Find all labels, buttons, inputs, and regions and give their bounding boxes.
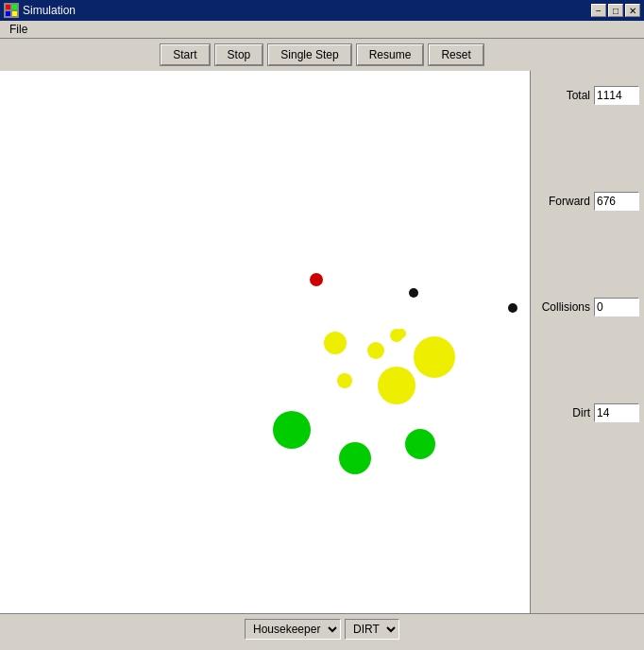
collisions-value[interactable] bbox=[594, 298, 639, 316]
dirt-value[interactable] bbox=[594, 403, 639, 422]
svg-rect-0 bbox=[6, 5, 10, 9]
sim-dot bbox=[337, 373, 352, 388]
housekeeper-dropdown[interactable]: Housekeeper bbox=[245, 619, 341, 640]
total-label: Total bbox=[538, 89, 590, 102]
bottom-bar: Housekeeper DIRT bbox=[0, 613, 644, 643]
sim-dot bbox=[508, 303, 517, 313]
sim-dot bbox=[339, 442, 371, 474]
forward-stat: Forward bbox=[538, 192, 636, 211]
dirt-dropdown[interactable]: DIRT bbox=[345, 619, 399, 640]
start-button[interactable]: Start bbox=[161, 44, 209, 65]
maximize-button[interactable]: □ bbox=[608, 4, 623, 17]
title-bar: Simulation − □ ✕ bbox=[0, 0, 644, 21]
stop-button[interactable]: Stop bbox=[215, 44, 263, 65]
sim-dot bbox=[273, 411, 311, 449]
file-menu[interactable]: File bbox=[4, 21, 33, 38]
total-stat: Total bbox=[538, 86, 636, 105]
sim-dot bbox=[397, 329, 406, 338]
toolbar: Start Stop Single Step Resume Reset bbox=[0, 39, 644, 71]
housekeeper-dropdown-wrapper: Housekeeper bbox=[245, 619, 341, 640]
main-area: Total Forward Collisions Dirt bbox=[0, 71, 644, 613]
minimize-button[interactable]: − bbox=[591, 4, 606, 17]
sim-dot bbox=[310, 273, 323, 286]
svg-rect-1 bbox=[12, 5, 17, 9]
svg-rect-3 bbox=[12, 11, 17, 16]
svg-rect-2 bbox=[6, 11, 10, 16]
forward-value[interactable] bbox=[594, 192, 639, 211]
reset-button[interactable]: Reset bbox=[429, 44, 483, 65]
sim-dot bbox=[378, 367, 415, 404]
sim-dot bbox=[414, 336, 455, 378]
dirt-stat: Dirt bbox=[538, 403, 636, 422]
sim-dot bbox=[405, 429, 435, 459]
sidebar: Total Forward Collisions Dirt bbox=[531, 71, 644, 613]
dirt-label: Dirt bbox=[538, 406, 590, 419]
simulation-canvas bbox=[0, 71, 531, 613]
menu-bar: File bbox=[0, 21, 644, 39]
forward-label: Forward bbox=[538, 195, 590, 208]
title-text: Simulation bbox=[23, 4, 76, 17]
dirt-dropdown-wrapper: DIRT bbox=[345, 619, 399, 640]
sim-dot bbox=[324, 332, 347, 354]
title-bar-buttons: − □ ✕ bbox=[591, 4, 640, 17]
sim-dot bbox=[409, 288, 418, 298]
close-button[interactable]: ✕ bbox=[625, 4, 640, 17]
collisions-label: Collisions bbox=[538, 300, 590, 314]
collisions-stat: Collisions bbox=[538, 298, 636, 316]
app-icon bbox=[4, 3, 19, 18]
resume-button[interactable]: Resume bbox=[357, 44, 424, 65]
single-step-button[interactable]: Single Step bbox=[268, 44, 350, 65]
total-value[interactable] bbox=[594, 86, 639, 105]
sim-dot bbox=[367, 342, 384, 359]
title-bar-left: Simulation bbox=[4, 3, 76, 18]
